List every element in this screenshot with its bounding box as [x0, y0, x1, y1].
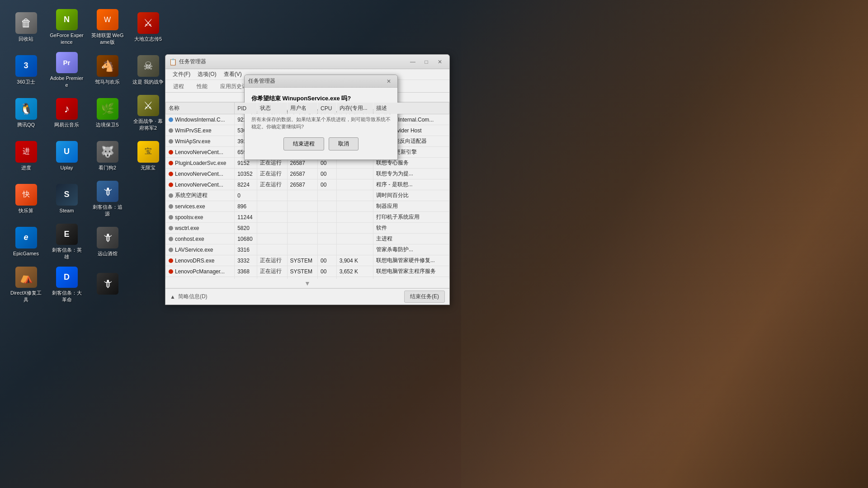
menu-options[interactable]: 选项(O): [194, 70, 220, 79]
icon-recycle[interactable]: 🗑 回收站: [7, 7, 45, 47]
proc-desc-cell: 管家杀毒防护...: [373, 244, 449, 255]
icon-pvz[interactable]: 🌿 边境保卫5: [88, 93, 127, 133]
table-row[interactable]: LenovoNerveCent... 8224 正在运行 26587 00 程序…: [166, 179, 449, 190]
icon-qq[interactable]: 🐧 腾讯QQ: [7, 93, 45, 133]
table-row[interactable]: LenovoNerveCent... 10352 正在运行 26587 00 联…: [166, 169, 449, 179]
icon-kuaisou[interactable]: 快 快乐算: [7, 178, 45, 219]
col-desc[interactable]: 描述: [373, 103, 449, 114]
icon-wolfdog-label: 看门狗2: [99, 164, 116, 171]
proc-user-cell: [287, 223, 318, 234]
icon-warmine[interactable]: ☠ 这是 我的战争: [129, 50, 167, 90]
menu-view[interactable]: 查看(V): [220, 70, 245, 79]
dialog-close-button[interactable]: ✕: [384, 77, 394, 86]
table-row[interactable]: LenovoDRS.exe 3332 正在运行 SYSTEM 00 3,904 …: [166, 255, 449, 266]
icon-ac2[interactable]: 🗡 远山酒馆: [88, 221, 127, 262]
icon-nz[interactable]: 宝 无限宝: [129, 136, 167, 176]
proc-user-cell: [287, 234, 318, 244]
icon-adobe-label: Adobe Premiere: [50, 75, 84, 88]
proc-mem-cell: 3,652 K: [336, 266, 373, 277]
icon-netease[interactable]: ♪ 网易云音乐: [47, 93, 86, 133]
table-row[interactable]: wsctrl.exe 5820 软件: [166, 223, 449, 234]
icon-uplay[interactable]: U Uplay: [47, 136, 86, 176]
table-row[interactable]: LenovoPcManager... 3368 正在运行 SYSTEM 00 3…: [166, 266, 449, 277]
icon-pvz-label: 边境保卫5: [96, 122, 118, 128]
icon-ac2-label: 远山酒馆: [98, 250, 118, 257]
tab-performance[interactable]: 性能: [191, 80, 213, 92]
icon-horse-label: 驾马与欢乐: [95, 79, 120, 85]
taskmanager-window-title: 任务管理器: [179, 58, 407, 66]
adobe-icon: Pr: [56, 52, 78, 73]
icon-horse[interactable]: 🐴 驾马与欢乐: [88, 50, 127, 90]
proc-pid-cell: 8224: [235, 179, 257, 190]
icon-uplay-label: Uplay: [60, 164, 73, 171]
proc-cpu-cell: 00: [318, 255, 337, 266]
icon-game4[interactable]: ⚔ 大地立志传5: [129, 7, 167, 47]
desktop-icons-grid: 🗑 回收站 N GeForce Experience W 英雄联盟 WeGame…: [0, 0, 174, 312]
close-button[interactable]: ✕: [434, 57, 446, 67]
icon-jd[interactable]: 进 进度: [7, 136, 45, 176]
icon-360[interactable]: 3 360卫士: [7, 50, 45, 90]
proc-name-cell: services.exe: [166, 201, 235, 212]
maximize-button[interactable]: □: [420, 57, 432, 67]
icon-ac[interactable]: 🗡 刺客信条：追源: [88, 178, 127, 219]
proc-cpu-cell: 00: [318, 169, 337, 179]
proc-mem-cell: [336, 190, 373, 201]
icon-edge[interactable]: e EpicGames: [7, 221, 45, 262]
table-row[interactable]: LAVService.exe 3316 管家杀毒防护...: [166, 244, 449, 255]
menu-file[interactable]: 文件(F): [169, 70, 194, 79]
icon-qq-label: 腾讯QQ: [17, 122, 35, 128]
col-cpu[interactable]: CPU: [318, 103, 337, 114]
table-row[interactable]: conhost.exe 10680 主进程: [166, 234, 449, 244]
warmine-icon: ☠: [137, 55, 159, 77]
confirm-end-process-button[interactable]: 结束进程: [283, 137, 324, 150]
proc-name-cell: WindowsInternal.C...: [166, 114, 235, 125]
proc-mem-cell: [336, 169, 373, 179]
proc-mem-cell: [336, 244, 373, 255]
tab-process[interactable]: 进程: [167, 80, 190, 92]
proc-user-cell: SYSTEM: [287, 255, 318, 266]
icon-tank[interactable]: ⚔ 全面战争 · 幕府将军2: [129, 93, 167, 133]
desktop: 🗑 回收站 N GeForce Experience W 英雄联盟 WeGame…: [0, 0, 868, 488]
proc-name-cell: LenovoDRS.exe: [166, 255, 235, 266]
proc-desc-cell: 制器应用: [373, 201, 449, 212]
proc-user-cell: [287, 201, 318, 212]
col-name[interactable]: 名称: [166, 103, 235, 114]
col-status[interactable]: 状态: [257, 103, 287, 114]
table-row[interactable]: 系统空闲进程 0 调时间百分比: [166, 190, 449, 201]
icon-360-label: 360卫士: [17, 79, 35, 85]
proc-desc-cell: 主进程: [373, 234, 449, 244]
col-mem[interactable]: 内存(专用...: [336, 103, 373, 114]
icon-kuaisou-label: 快乐算: [19, 207, 33, 214]
table-row[interactable]: spoolsv.exe 11244 打印机子系统应用: [166, 212, 449, 223]
scroll-down-indicator: ▼: [165, 279, 449, 288]
icon-wegame[interactable]: W 英雄联盟 WeGame版: [88, 7, 127, 47]
icon-epic-label: 刺客信条：英雄: [50, 247, 84, 260]
qq-icon: 🐧: [15, 98, 37, 120]
icon-hotel-label: DirectX修复工具: [9, 290, 43, 303]
proc-user-cell: [287, 190, 318, 201]
icon-hotel[interactable]: ⛺ DirectX修复工具: [7, 264, 45, 305]
icon-wolfdog[interactable]: 🐺 看门狗2: [88, 136, 127, 176]
col-user[interactable]: 用户名: [287, 103, 318, 114]
table-row[interactable]: services.exe 896 制器应用: [166, 201, 449, 212]
icon-steam[interactable]: S Steam: [47, 178, 86, 219]
icon-ac3[interactable]: 🗡: [88, 264, 127, 305]
icon-edge-label: EpicGames: [13, 250, 39, 257]
icon-directx[interactable]: D 刺客信条：大革命: [47, 264, 86, 305]
minimize-button[interactable]: —: [407, 57, 419, 67]
proc-cpu-cell: [318, 190, 337, 201]
proc-pid-cell: 896: [235, 201, 257, 212]
confirm-cancel-button[interactable]: 取消: [329, 137, 359, 150]
icon-adobe[interactable]: Pr Adobe Premiere: [47, 50, 86, 90]
end-task-button[interactable]: 结束任务(E): [404, 291, 445, 303]
proc-cpu-cell: 00: [318, 266, 337, 277]
jd-icon: 进: [15, 141, 37, 163]
netease-icon: ♪: [56, 98, 78, 120]
icon-nvidia[interactable]: N GeForce Experience: [47, 7, 86, 47]
col-pid[interactable]: PID: [235, 103, 257, 114]
dialog-title-text: 任务管理器: [248, 77, 384, 85]
statusbar-toggle[interactable]: ▲ 简略信息(D): [170, 293, 208, 300]
icon-epic[interactable]: E 刺客信条：英雄: [47, 221, 86, 262]
proc-name-cell: LAVService.exe: [166, 244, 235, 255]
proc-status-cell: 正在运行: [257, 169, 287, 179]
